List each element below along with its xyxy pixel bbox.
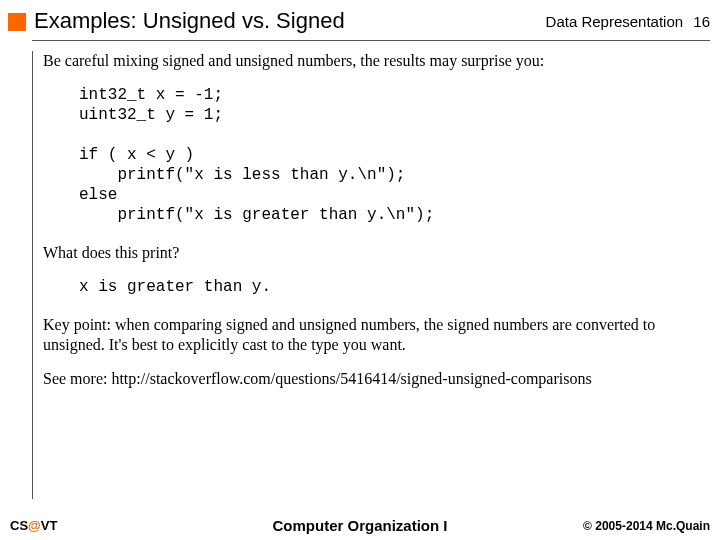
footer-vt: VT — [41, 518, 58, 533]
question-text: What does this print? — [43, 243, 710, 263]
code-example: int32_t x = -1; uint32_t y = 1; if ( x <… — [79, 85, 710, 225]
page-number: 16 — [693, 13, 710, 30]
slide-header: Examples: Unsigned vs. Signed Data Repre… — [0, 0, 720, 36]
footer-copyright: © 2005-2014 Mc.Quain — [510, 519, 710, 533]
keypoint-text: Key point: when comparing signed and uns… — [43, 315, 710, 355]
footer-cs: CS — [10, 518, 28, 533]
intro-text: Be careful mixing signed and unsigned nu… — [43, 51, 710, 71]
header-rule — [32, 40, 710, 41]
seemore-text: See more: http://stackoverflow.com/quest… — [43, 369, 710, 389]
section-name: Data Representation — [546, 13, 684, 30]
slide-title: Examples: Unsigned vs. Signed — [34, 8, 546, 34]
footer-center: Computer Organization I — [210, 517, 510, 534]
slide-body: Be careful mixing signed and unsigned nu… — [32, 51, 710, 499]
bullet-icon — [8, 13, 26, 31]
section-label: Data Representation 16 — [546, 13, 710, 30]
code-output: x is greater than y. — [79, 277, 710, 297]
footer-left: CS@VT — [10, 518, 210, 533]
footer-at: @ — [28, 518, 41, 533]
slide-footer: CS@VT Computer Organization I © 2005-201… — [0, 517, 720, 534]
